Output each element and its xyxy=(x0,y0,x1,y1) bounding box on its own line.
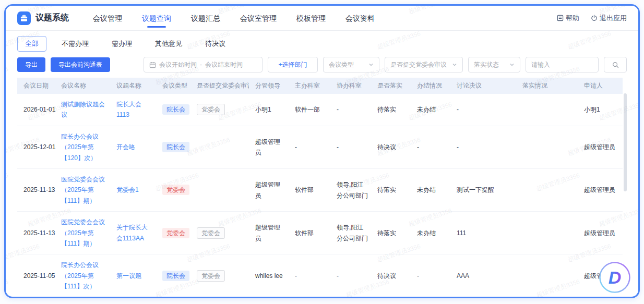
cell-link[interactable]: 医院党委会会议（2025年第【111】期） xyxy=(61,218,105,247)
table-cell: 领导,阳江分公司部门 xyxy=(330,168,371,211)
cell-link[interactable]: 开会咯 xyxy=(116,143,135,151)
table-cell xyxy=(190,168,249,211)
app-title: 议题系统 xyxy=(35,13,69,23)
table-cell: 超级管理员 xyxy=(578,168,623,211)
cell-link[interactable]: 院长办公会议（2025年第【120】次） xyxy=(61,133,99,162)
table-cell: 待决议 xyxy=(371,126,411,168)
cell-link[interactable]: 院长大会1113 xyxy=(116,101,141,118)
search-input[interactable] xyxy=(531,61,593,68)
date-end-placeholder: 会议结束时间 xyxy=(205,60,243,69)
meeting-type-placeholder: 会议类型 xyxy=(329,60,354,69)
table-cell: 党委会 xyxy=(190,212,249,254)
results-table-area: 会议日期会议名称议题名称会议类型是否提交党委会审议分管领导主办科室协办科室是否落… xyxy=(17,78,627,296)
pagination-bar: 共 43 条 15条/页 ❮ 123 ❯ 前往 xyxy=(6,296,638,298)
table-cell: 关于院长大会1113AA xyxy=(110,212,156,254)
tab-待决议[interactable]: 待决议 xyxy=(197,36,233,52)
cell-link[interactable]: 第一议题 xyxy=(116,272,141,279)
table-cell xyxy=(516,94,578,126)
table-cell: 小明1 xyxy=(249,94,289,126)
help-doc-icon xyxy=(557,15,564,21)
nav-item-会议资料[interactable]: 会议资料 xyxy=(345,6,375,31)
type-badge: 院长会 xyxy=(162,142,189,152)
nav-item-会议室管理[interactable]: 会议室管理 xyxy=(240,6,277,31)
nav-item-模板管理[interactable]: 模板管理 xyxy=(296,6,326,31)
tab-不需办理[interactable]: 不需办理 xyxy=(54,36,97,52)
type-badge: 党委会 xyxy=(197,104,225,115)
cell-link[interactable]: 关于院长大会1113AA xyxy=(116,224,148,241)
select-department-label: +选择部门 xyxy=(278,60,307,69)
table-cell: - xyxy=(450,94,516,126)
table-cell xyxy=(516,212,578,254)
table-cell: 2025-12-01 xyxy=(17,126,55,168)
table-header-row: 会议日期会议名称议题名称会议类型是否提交党委会审议分管领导主办科室协办科室是否落… xyxy=(17,78,623,94)
table-row: 2025-12-01院长办公会议（2025年第【120】次）开会咯院长会超级管理… xyxy=(17,126,623,168)
calendar-icon xyxy=(149,62,156,68)
table-cell xyxy=(516,126,578,168)
status-placeholder: 落实状态 xyxy=(474,60,499,69)
table-cell: 超级管理员 xyxy=(249,126,289,168)
type-badge: 党委会 xyxy=(197,270,225,282)
main-nav: 会议管理议题查询议题汇总会议室管理模板管理会议资料 xyxy=(93,6,375,30)
cell-link[interactable]: 党委会1 xyxy=(116,186,139,193)
table-cell: 超级管理员 xyxy=(578,126,623,168)
table-cell: 党委会 xyxy=(156,212,190,254)
nav-item-会议管理[interactable]: 会议管理 xyxy=(93,6,122,31)
column-header: 办结情况 xyxy=(411,78,450,94)
implement-status-select[interactable]: 落实状态 xyxy=(468,57,520,72)
chevron-down-icon xyxy=(509,62,515,67)
column-header: 会议日期 xyxy=(17,78,55,94)
table-cell: 待决议 xyxy=(371,254,411,296)
chevron-down-icon xyxy=(452,62,457,67)
cell-link[interactable]: 测试删除议题会议 xyxy=(61,101,105,118)
export-pre-meeting-button[interactable]: 导出会前沟通表 xyxy=(51,57,110,72)
column-header: 分管领导 xyxy=(249,78,289,94)
column-header: 主办科室 xyxy=(289,78,330,94)
select-department-button[interactable]: +选择部门 xyxy=(268,57,318,72)
table-cell: 未办结 xyxy=(411,168,450,211)
table-cell: 2025-11-05 xyxy=(17,254,55,296)
table-cell: 领导,阳江分公司部门 xyxy=(330,212,371,254)
nav-item-议题汇总[interactable]: 议题汇总 xyxy=(191,6,220,31)
tab-其他意见[interactable]: 其他意见 xyxy=(147,36,190,52)
column-header: 协办科室 xyxy=(330,78,371,94)
table-cell: 2025-11-13 xyxy=(17,168,55,211)
table-cell: 医院党委会会议（2025年第【111】期） xyxy=(55,212,110,254)
column-header: 落实情况 xyxy=(516,78,578,94)
review-placeholder: 是否提交党委会审议 xyxy=(390,60,447,69)
table-cell: 2026-01-01 xyxy=(17,94,55,126)
cell-link[interactable]: 医院党委会会议（2025年第【111】期） xyxy=(61,176,105,204)
nav-item-议题查询[interactable]: 议题查询 xyxy=(142,6,171,31)
meeting-type-select[interactable]: 会议类型 xyxy=(323,57,379,72)
assistant-logo-button[interactable]: D xyxy=(599,261,631,294)
toolbar-filters: 会议开始时间 - 会议结束时间 +选择部门 会议类型 是否提交党委会审议 落实状… xyxy=(144,57,627,72)
table-cell: 院长会 xyxy=(156,94,190,126)
search-icon xyxy=(612,62,619,68)
table-cell: 2025-11-13 xyxy=(17,212,55,254)
cell-link[interactable]: 院长办公会议（2025年第【111】次） xyxy=(61,261,99,290)
table-cell: 待落实 xyxy=(371,94,411,126)
table-cell: - xyxy=(330,254,371,296)
table-cell: 党委会 xyxy=(156,168,190,211)
table-cell: 党委会 xyxy=(190,94,249,126)
toolbar: 导出 导出会前沟通表 会议开始时间 - 会议结束时间 +选择部门 会议类型 是否… xyxy=(6,55,638,77)
date-start-placeholder: 会议开始时间 xyxy=(159,60,197,69)
table-cell: 超级管理员 xyxy=(578,212,623,254)
tab-需办理[interactable]: 需办理 xyxy=(104,36,140,52)
search-button[interactable] xyxy=(604,57,627,72)
date-range-picker[interactable]: 会议开始时间 - 会议结束时间 xyxy=(144,57,263,72)
tab-全部[interactable]: 全部 xyxy=(17,36,46,52)
help-button[interactable]: 帮助 xyxy=(557,14,579,23)
date-separator: - xyxy=(200,61,202,68)
export-button[interactable]: 导出 xyxy=(17,57,45,72)
review-submit-select[interactable]: 是否提交党委会审议 xyxy=(385,57,463,72)
type-badge: 院长会 xyxy=(162,271,189,281)
results-table: 会议日期会议名称议题名称会议类型是否提交党委会审议分管领导主办科室协办科室是否落… xyxy=(17,78,623,296)
watermark-text: 超级管理员3356 xyxy=(6,277,9,297)
vertical-scrollbar[interactable] xyxy=(624,93,627,191)
table-cell: - xyxy=(330,94,371,126)
table-cell: 超级管理员 xyxy=(249,168,289,211)
type-badge: 党委会 xyxy=(162,228,189,238)
table-cell: - xyxy=(289,254,330,296)
column-header: 议题名称 xyxy=(110,78,156,94)
logout-button[interactable]: 退出应用 xyxy=(591,14,627,23)
